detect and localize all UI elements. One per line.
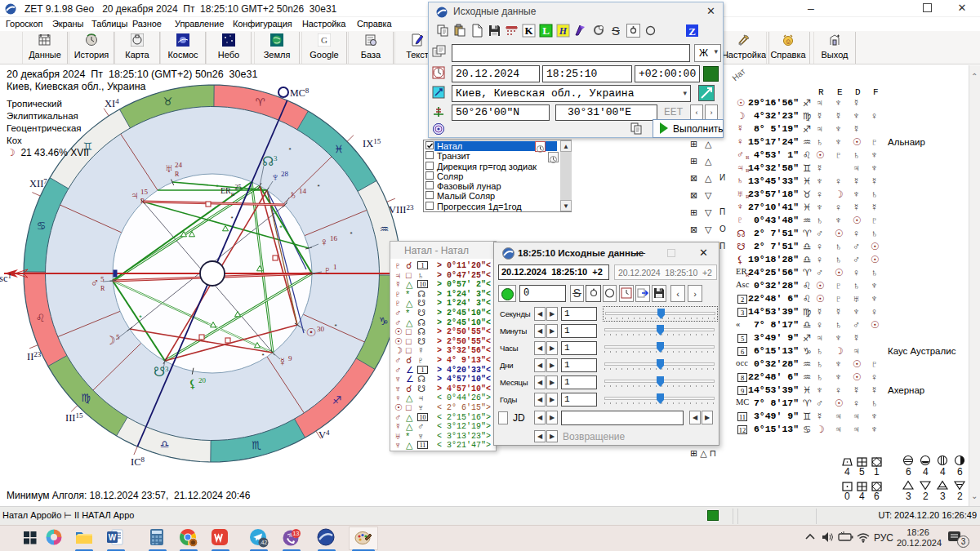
svg-text:IC8: IC8 [131,455,145,468]
svg-text:☉︎: ☉︎ [306,326,317,339]
svg-text:R: R [175,171,180,178]
svg-text:♌︎: ♌︎ [36,312,46,324]
svg-text:*: * [350,230,352,238]
svg-text:*: * [230,215,233,222]
svg-text:L: L [542,24,550,37]
svg-text:15: 15 [140,188,149,196]
svg-text:20: 20 [198,376,207,384]
svg-text:III15: III15 [65,411,83,424]
svg-text:♆︎: ♆︎ [271,171,280,184]
svg-text:W: W [109,533,117,542]
svg-text:*: * [139,313,142,322]
svg-text:VIII23: VIII23 [389,203,414,216]
svg-text:♋︎: ♋︎ [37,220,47,232]
svg-text:XI4: XI4 [105,97,119,109]
svg-text:5: 5 [100,275,105,283]
svg-text:♄︎: ♄︎ [289,188,298,201]
svg-text:3: 3 [165,365,169,373]
svg-text:♈︎: ♈︎ [255,96,265,109]
svg-text:♅︎: ♅︎ [165,162,174,175]
svg-text:☽︎: ☽︎ [105,334,116,347]
svg-text:3: 3 [274,154,278,162]
svg-text:Z: Z [688,25,696,38]
svg-text:*: * [334,322,336,330]
svg-text:5: 5 [116,333,120,341]
svg-text:28: 28 [281,170,289,178]
svg-text:♐︎: ♐︎ [332,394,341,407]
svg-text:V4: V4 [318,429,330,441]
svg-text:☺: ☺ [784,38,791,46]
svg-text:*: * [279,224,283,232]
svg-text:IX15: IX15 [363,137,381,149]
svg-text:♂︎: ♂︎ [91,276,100,289]
svg-text:24: 24 [175,161,183,169]
svg-text:☿︎: ☿︎ [278,355,287,368]
svg-text:*: * [216,183,219,191]
svg-text:⚸︎: ⚸︎ [189,377,197,390]
svg-text:.42: .42 [260,540,267,545]
svg-text:♇︎: ♇︎ [323,264,332,277]
svg-text:♃︎: ♃︎ [131,189,140,202]
svg-text:Asc1: Asc1 [0,272,11,284]
svg-text:*: * [317,183,319,190]
svg-text:♉︎: ♉︎ [163,96,173,108]
svg-text:1: 1 [333,263,337,271]
svg-text:♓︎: ♓︎ [334,143,344,155]
svg-text:II23: II23 [27,350,42,362]
svg-text:H: H [559,25,568,37]
svg-text:♑︎: ♑︎ [379,315,389,327]
svg-text:R: R [100,285,105,292]
svg-text:MC8: MC8 [290,87,310,99]
svg-text:☊︎: ☊︎ [262,154,274,168]
svg-text:♀︎: ♀︎ [320,235,329,248]
svg-text:♏︎: ♏︎ [252,439,261,451]
svg-text:☋︎: ☋︎ [154,365,165,379]
svg-text:♎︎: ♎︎ [160,438,170,451]
svg-text:9: 9 [288,354,292,362]
svg-text:R: R [140,198,145,205]
svg-text:K: K [524,24,533,37]
svg-text:*: * [288,146,291,153]
svg-text:G: G [321,35,327,45]
svg-text:30: 30 [317,325,325,333]
svg-text:16: 16 [330,234,338,242]
svg-text:♒︎: ♒︎ [380,223,390,235]
svg-text:14: 14 [299,187,307,195]
svg-text:♍︎: ♍︎ [81,392,91,404]
svg-text:*: * [261,352,264,359]
svg-text:13: 13 [293,531,300,536]
